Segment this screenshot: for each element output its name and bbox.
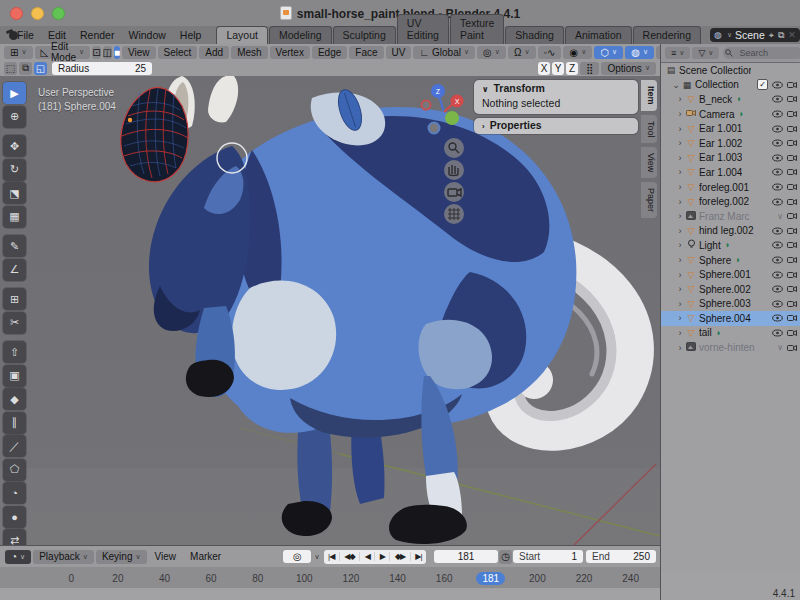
tool-button[interactable]: ⬔ [3, 182, 26, 204]
expand-chevron-icon[interactable]: › [675, 167, 685, 177]
ruler-frame-label[interactable]: 181 [467, 573, 514, 584]
select-extend-button[interactable]: ⧉ [19, 62, 32, 75]
hide-eye-icon[interactable] [772, 110, 783, 118]
viewport-menu-item[interactable]: Face [349, 46, 383, 59]
disable-render-camera-icon[interactable] [787, 198, 797, 206]
outliner-object-row[interactable]: › ▽ foreleg.001 ◗ ∨ [661, 180, 800, 195]
tool-button[interactable]: ∥ [3, 412, 26, 434]
transform-panel[interactable]: ∨Transform Nothing selected [474, 80, 638, 114]
select-new-button[interactable]: ⬚ [4, 62, 17, 75]
hide-eye-icon[interactable] [772, 256, 783, 264]
sidebar-tab[interactable]: View [641, 147, 657, 178]
timeline-dropdown[interactable]: Playback∨ [33, 550, 94, 564]
tool-button[interactable]: ／ [3, 435, 26, 457]
viewport-menu-item[interactable]: Add [199, 46, 229, 59]
collapse-icon[interactable]: ∨ [482, 85, 489, 94]
transport-button[interactable]: ◆▶ [390, 552, 410, 561]
hide-eye-icon[interactable] [772, 241, 783, 249]
use-preview-range-button[interactable]: ◷ [499, 550, 512, 564]
ruler-frame-label[interactable]: 140 [374, 573, 421, 584]
tool-button[interactable]: ▦ [3, 206, 26, 228]
outliner-object-row[interactable]: › ▽ vorne-hinten ◗ ∨ [661, 340, 800, 355]
expand-chevron-icon[interactable]: › [675, 197, 685, 207]
ruler-frame-label[interactable]: 80 [234, 573, 281, 584]
expand-chevron-icon[interactable]: › [675, 182, 685, 192]
tool-button[interactable]: ✂ [3, 312, 26, 334]
hide-eye-icon[interactable] [772, 125, 783, 133]
outliner-object-row[interactable]: › ▽ Sphere.001 ◗ ∨ [661, 267, 800, 282]
workspace-tab[interactable]: Sculpting [333, 26, 396, 44]
frame-start-field[interactable]: Start1 [513, 550, 583, 563]
disable-render-camera-icon[interactable] [787, 154, 797, 162]
expand-chevron-icon[interactable]: › [675, 299, 685, 309]
gizmo-y-axis[interactable] [445, 111, 459, 125]
tool-button[interactable]: ⇧ [3, 341, 26, 363]
hide-eye-icon[interactable] [772, 168, 783, 176]
workspace-tab[interactable]: Animation [565, 26, 632, 44]
hide-eye-icon[interactable] [772, 154, 783, 162]
gizmo-neg-z-axis[interactable] [429, 123, 440, 134]
viewport-menu-item[interactable]: Vertex [270, 46, 310, 59]
mirror-z-button[interactable]: Z [566, 62, 578, 75]
expand-chevron-icon[interactable]: › [675, 284, 685, 294]
navigation-gizmo[interactable]: Z X [422, 84, 464, 134]
ruler-frame-label[interactable]: 100 [281, 573, 328, 584]
select-difference-button[interactable]: ◱ [34, 62, 47, 75]
viewport-menu-item[interactable]: Mesh [231, 46, 267, 59]
expand-chevron-icon[interactable]: › [675, 94, 685, 104]
tool-button[interactable]: ✥ [3, 135, 26, 157]
outliner-object-row[interactable]: › ▽ Sphere.003 ◗ ∨ [661, 297, 800, 312]
tool-button[interactable]: ↻ [3, 159, 26, 181]
search-input[interactable] [723, 47, 800, 59]
pin-icon[interactable]: ⌖ [769, 30, 774, 41]
expand-chevron-icon[interactable]: › [675, 343, 685, 353]
transport-button[interactable]: ◀ [360, 552, 375, 561]
ruler-frame-label[interactable]: 20 [95, 573, 142, 584]
outliner-object-row[interactable]: › ▽ Sphere.004 ◗ ∨ [661, 311, 800, 326]
hide-eye-icon[interactable] [772, 271, 783, 279]
show-gizmo-dropdown[interactable]: ◉∨ [563, 46, 592, 59]
hide-eye-icon[interactable] [772, 198, 783, 206]
scene-selector[interactable]: ◍∨ Scene ⌖ ⧉ ✕ [710, 28, 800, 42]
ruler-frame-label[interactable]: 0 [48, 573, 95, 584]
expand-icon[interactable]: › [482, 122, 485, 131]
hide-eye-icon[interactable] [772, 227, 783, 235]
vertex-select-mode-button[interactable]: ⊡ [92, 46, 100, 59]
transport-button[interactable]: |◀ [324, 552, 340, 561]
hide-eye-icon[interactable] [772, 81, 783, 89]
tool-button[interactable]: ✎ [3, 235, 26, 257]
outliner-object-row[interactable]: › ▽ B_neck ◗ ∨ [661, 92, 800, 107]
mode-dropdown[interactable]: ◺ Edit Mode∨ [35, 46, 91, 59]
workspace-tab[interactable]: Layout [216, 26, 268, 44]
editor-type-dropdown[interactable]: ⊞∨ [4, 46, 33, 59]
hide-eye-icon[interactable] [772, 285, 783, 293]
3d-viewport[interactable] [0, 76, 660, 545]
expand-chevron-icon[interactable]: › [675, 138, 685, 148]
expand-chevron-icon[interactable]: › [675, 255, 685, 265]
timeline-menu-item[interactable]: View [148, 551, 184, 562]
expand-chevron-icon[interactable]: › [675, 313, 685, 323]
outliner-object-row[interactable]: › ▽ Light ◗ ∨ [661, 238, 800, 253]
outliner-object-row[interactable]: › ▽ Camera ◗ ∨ [661, 107, 800, 122]
selected-vertex[interactable] [128, 118, 132, 122]
viewport-menu-item[interactable]: View [122, 46, 156, 59]
expand-chevron-icon[interactable]: › [675, 124, 685, 134]
zoom-button[interactable] [444, 138, 464, 158]
hide-eye-icon[interactable] [772, 300, 783, 308]
expand-chevron-icon[interactable]: › [675, 153, 685, 163]
hide-eye-icon[interactable] [772, 95, 783, 103]
collection-checkbox[interactable]: ✓ [757, 79, 768, 90]
tool-button[interactable]: ▣ [3, 365, 26, 387]
pivot-point-dropdown[interactable]: ◎∨ [477, 46, 506, 59]
tool-button[interactable]: ◆ [3, 388, 26, 410]
edge-select-mode-button[interactable]: ◫ [103, 46, 112, 59]
collection-row[interactable]: ⌄ ▦ Collection ✓ [661, 78, 800, 93]
current-frame-field[interactable]: 181 [434, 550, 498, 563]
outliner-object-row[interactable]: › ▽ Sphere ◗ ∨ [661, 253, 800, 268]
face-select-mode-button[interactable]: ■ [114, 46, 120, 59]
disable-render-camera-icon[interactable] [787, 227, 797, 235]
workspace-tab[interactable]: Rendering [633, 26, 701, 44]
disable-render-camera-icon[interactable] [787, 110, 797, 118]
sidebar-tab[interactable]: Item [641, 80, 657, 111]
viewport-menu-item[interactable]: Edge [312, 46, 347, 59]
